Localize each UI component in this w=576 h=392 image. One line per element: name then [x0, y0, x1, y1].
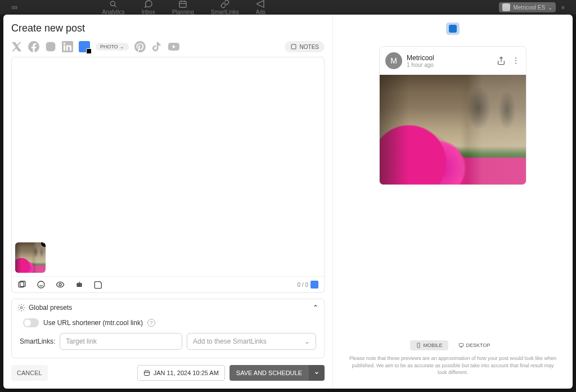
preview-image — [380, 75, 526, 184]
gmb-counter-icon — [310, 281, 318, 289]
signature-icon[interactable] — [56, 280, 65, 289]
presets-toggle[interactable]: Global presets ⌃ — [12, 299, 324, 316]
x-twitter-icon[interactable] — [11, 41, 22, 52]
network-selector: PHOTO⌄ NOTES — [11, 41, 325, 52]
notes-button[interactable]: NOTES — [285, 41, 325, 52]
google-business-icon[interactable] — [79, 41, 90, 52]
composer: ⋯ 0 / 0 — [11, 57, 325, 293]
modal-title: Create new post — [11, 22, 325, 34]
add-media-icon[interactable] — [17, 280, 26, 289]
preview-disclaimer: Please note that these previews are an a… — [341, 350, 565, 381]
share-icon[interactable] — [497, 56, 506, 65]
more-icon[interactable] — [511, 56, 520, 65]
preview-time: 1 hour ago — [407, 62, 492, 68]
instagram-icon[interactable] — [45, 41, 56, 52]
svg-rect-5 — [291, 44, 296, 49]
chevron-up-icon: ⌃ — [313, 304, 318, 312]
logo-icon: ∞ — [11, 2, 17, 12]
preview-name: Metricool — [407, 54, 492, 62]
mobile-icon — [416, 343, 421, 348]
linkedin-icon[interactable] — [62, 41, 73, 52]
nav-analytics[interactable]: Analytics — [102, 0, 124, 15]
brand-selector[interactable]: Metricool ES⌄ — [499, 2, 556, 12]
svg-point-13 — [20, 307, 22, 309]
gear-icon — [17, 304, 25, 312]
nav-planning[interactable]: Planning — [172, 0, 194, 15]
template-icon[interactable] — [94, 280, 103, 289]
menu-icon[interactable]: ≡ — [561, 4, 565, 11]
svg-point-3 — [49, 45, 53, 49]
post-preview-card: M Metricool 1 hour ago — [379, 46, 526, 185]
svg-point-8 — [38, 281, 44, 288]
target-link-input[interactable] — [60, 333, 182, 350]
pinterest-icon[interactable] — [134, 41, 146, 52]
schedule-date-button[interactable]: JAN 11, 2024 10:25 AM — [137, 365, 225, 381]
save-schedule-button[interactable]: SAVE AND SCHEDULE — [230, 365, 309, 381]
svg-point-4 — [53, 44, 54, 45]
youtube-icon[interactable] — [168, 41, 179, 52]
svg-rect-19 — [459, 344, 464, 346]
svg-point-11 — [78, 285, 78, 285]
svg-rect-18 — [417, 343, 419, 348]
avatar: M — [385, 52, 402, 69]
composer-textarea[interactable]: ⋯ — [12, 57, 324, 276]
facebook-icon[interactable] — [28, 41, 39, 52]
chevron-down-icon — [314, 370, 320, 376]
svg-point-9 — [59, 283, 61, 286]
smartlinks-select[interactable]: Add to these SmartLinks ⌄ — [187, 333, 316, 350]
shortener-label: Use URL shortener (mtr.cool link) — [43, 319, 143, 327]
chevron-down-icon: ⌄ — [304, 337, 310, 345]
post-type-selector[interactable]: PHOTO⌄ — [96, 43, 129, 51]
ai-icon[interactable] — [75, 280, 84, 289]
nav-inbox[interactable]: Inbox — [141, 0, 155, 15]
svg-point-15 — [515, 57, 516, 58]
svg-point-12 — [80, 285, 80, 285]
nav-ads[interactable]: Ads — [256, 0, 266, 15]
char-counter: 0 / 0 — [298, 281, 318, 289]
svg-point-17 — [515, 63, 516, 64]
svg-rect-10 — [76, 283, 82, 287]
global-presets-panel: Global presets ⌃ Use URL shortener (mtr.… — [11, 299, 325, 358]
emoji-icon[interactable] — [37, 280, 46, 289]
mobile-preview-button[interactable]: MOBILE — [410, 340, 448, 350]
url-shortener-toggle[interactable] — [23, 318, 39, 327]
nav-smartlinks[interactable]: SmartLinks — [211, 0, 239, 15]
svg-rect-14 — [144, 371, 149, 376]
desktop-icon — [458, 343, 464, 348]
top-nav: ∞ Analytics Inbox Planning SmartLinks Ad… — [0, 0, 576, 15]
svg-point-16 — [515, 60, 516, 61]
media-thumbnail[interactable]: ⋯ — [15, 242, 46, 273]
cancel-button[interactable]: CANCEL — [11, 365, 48, 381]
svg-point-0 — [111, 1, 115, 6]
help-icon[interactable]: ? — [147, 319, 155, 327]
preview-network-toggle[interactable] — [446, 22, 460, 35]
svg-rect-1 — [179, 1, 186, 7]
create-post-modal: Create new post PHOTO⌄ NOTES ⋯ — [3, 15, 573, 389]
save-options-button[interactable] — [309, 365, 325, 381]
tiktok-icon[interactable] — [151, 41, 163, 52]
smartlinks-label: SmartLinks: — [20, 337, 55, 345]
desktop-preview-button[interactable]: DESKTOP — [453, 340, 496, 350]
calendar-icon — [143, 370, 150, 376]
